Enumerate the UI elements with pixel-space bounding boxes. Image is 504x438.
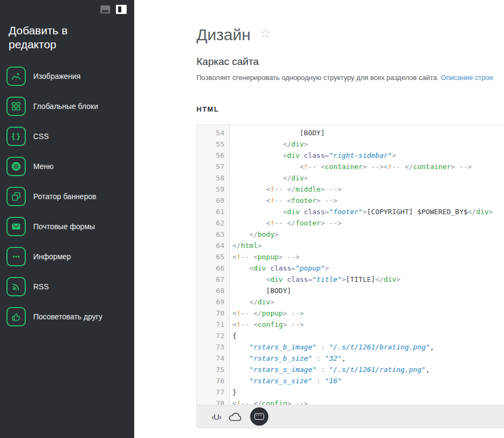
sidebar-item-label: Ротатор баннеров	[33, 192, 96, 201]
code-line: </div>	[232, 138, 504, 150]
sidebar-item-images[interactable]: Изображения	[0, 61, 134, 91]
line-number: 59	[197, 184, 224, 195]
section-description: Позволяет сгенерировать однородную струк…	[196, 74, 504, 82]
main-area: Дизайн ☆ Каркас сайта Позволяет сгенерир…	[134, 0, 504, 438]
sidebar-item-banner-rotator[interactable]: Ротатор баннеров	[0, 181, 134, 211]
sidebar-items: Изображения Глобальные блоки {} CS	[0, 61, 134, 332]
line-number: 61	[197, 206, 224, 217]
sidebar: Добавить в редактор Изображения	[0, 0, 134, 438]
sidebar-item-label: Информер	[33, 252, 71, 261]
code-editor-panel: 5455565758596061626364656667686970717273…	[196, 125, 504, 428]
line-number: 69	[197, 296, 224, 308]
sidebar-title: Добавить в редактор	[9, 24, 108, 52]
code-line: "rstars_b_image" : "/.s/t/1261/brating.p…	[232, 341, 504, 353]
dock-left-icon[interactable]	[116, 5, 127, 14]
line-number: 56	[197, 150, 224, 161]
line-number: 78	[197, 398, 224, 405]
menu-icon	[6, 157, 26, 176]
sidebar-item-label: Посоветовать другу	[33, 312, 103, 321]
code-area[interactable]: [BODY] </div> <div class="right-sidebar"…	[230, 125, 504, 405]
code-line: <!-- <container> --><!-- </container> --…	[232, 161, 504, 172]
line-number: 76	[197, 375, 224, 386]
global-blocks-icon	[6, 97, 26, 116]
sidebar-item-css[interactable]: {} CSS	[0, 121, 134, 151]
line-number: 71	[197, 319, 224, 330]
code-line: </html>	[232, 240, 504, 251]
banner-rotator-icon	[6, 187, 26, 206]
code-line: <!-- </middle> -->	[232, 184, 504, 195]
code-line: "rstars_b_size" : "32",	[232, 353, 504, 364]
code-line: </div>	[232, 296, 504, 308]
sidebar-item-label: Глобальные блоки	[33, 102, 98, 111]
sidebar-item-label: RSS	[33, 282, 49, 291]
page-title: Дизайн	[196, 26, 251, 44]
code-line: <!-- <footer> -->	[232, 195, 504, 206]
line-number: 73	[197, 341, 224, 353]
code-line: <!-- </popup> -->	[232, 308, 504, 319]
line-number-gutter: 5455565758596061626364656667686970717273…	[197, 125, 230, 405]
line-number: 62	[197, 217, 224, 229]
description-text: Позволяет сгенерировать однородную струк…	[196, 74, 439, 82]
code-editor: 5455565758596061626364656667686970717273…	[197, 125, 504, 405]
line-number: 58	[197, 172, 224, 184]
code-line: </div>	[232, 172, 504, 184]
sidebar-item-label: Изображения	[33, 72, 81, 81]
code-line: [BODY]	[232, 285, 504, 296]
line-number: 54	[197, 127, 224, 138]
dock-bottom-icon[interactable]	[100, 5, 110, 13]
code-line: <!-- <config> -->	[232, 319, 504, 330]
line-number: 64	[197, 240, 224, 251]
informer-icon	[6, 247, 26, 266]
window-controls	[100, 5, 127, 14]
code-line: <div class="popup">	[232, 262, 504, 274]
sidebar-item-label: CSS	[33, 132, 49, 141]
keyboard-button[interactable]: ···	[250, 407, 268, 426]
code-line: </body>	[232, 229, 504, 240]
code-line: "rstars_s_size" : "16"	[232, 375, 504, 386]
line-number: 75	[197, 364, 224, 375]
line-number: 57	[197, 161, 224, 172]
app-window: Добавить в редактор Изображения	[0, 0, 504, 438]
section-title: Каркас сайта	[196, 56, 504, 68]
line-number: 72	[197, 330, 224, 341]
images-icon	[6, 67, 26, 86]
line-number: 65	[197, 251, 224, 262]
line-number: 60	[197, 195, 224, 206]
page-title-row: Дизайн ☆	[196, 0, 504, 44]
code-line: }	[232, 386, 504, 398]
code-line: <div class="right-sidebar">	[232, 150, 504, 161]
rss-icon	[6, 277, 26, 296]
sidebar-item-menu[interactable]: Меню	[0, 151, 134, 181]
editor-toolbar: ‹U› ···	[197, 405, 504, 428]
line-number: 66	[197, 262, 224, 274]
star-icon[interactable]: ☆	[260, 25, 272, 41]
line-number: 55	[197, 138, 224, 150]
sidebar-item-label: Меню	[33, 162, 54, 171]
code-line: <!-- </footer> -->	[232, 217, 504, 229]
thumbs-up-icon	[6, 307, 26, 326]
code-line: <!-- </config> -->	[232, 398, 504, 405]
keyboard-button-icon: ···	[254, 413, 264, 420]
description-link[interactable]: Описание строе	[441, 74, 493, 82]
code-line: [BODY]	[232, 127, 504, 138]
line-number: 63	[197, 229, 224, 240]
css-braces-icon: {}	[6, 127, 26, 146]
line-number: 67	[197, 274, 224, 285]
code-line: <!-- <popup> -->	[232, 251, 504, 262]
editor-label: HTML	[196, 105, 504, 113]
sidebar-item-recommend[interactable]: Посоветовать другу	[0, 302, 134, 332]
code-line: {	[232, 330, 504, 341]
sidebar-item-global-blocks[interactable]: Глобальные блоки	[0, 91, 134, 121]
sidebar-item-informer[interactable]: Информер	[0, 242, 134, 272]
code-line: <div class="footer">[COPYRIGHT] $POWERED…	[232, 206, 504, 217]
code-view-icon[interactable]: ‹U›	[211, 412, 221, 421]
line-number: 68	[197, 285, 224, 296]
code-line: "rstars_s_image" : "/.s/t/1261/rating.pn…	[232, 364, 504, 375]
cloud-icon[interactable]	[228, 412, 243, 422]
code-line: <div class="title">[TITLE]</div>	[232, 274, 504, 285]
sidebar-item-label: Почтовые формы	[33, 222, 95, 231]
sidebar-item-mail-forms[interactable]: Почтовые формы	[0, 211, 134, 242]
line-number: 74	[197, 353, 224, 364]
mail-forms-icon	[6, 217, 26, 236]
sidebar-item-rss[interactable]: RSS	[0, 272, 134, 302]
